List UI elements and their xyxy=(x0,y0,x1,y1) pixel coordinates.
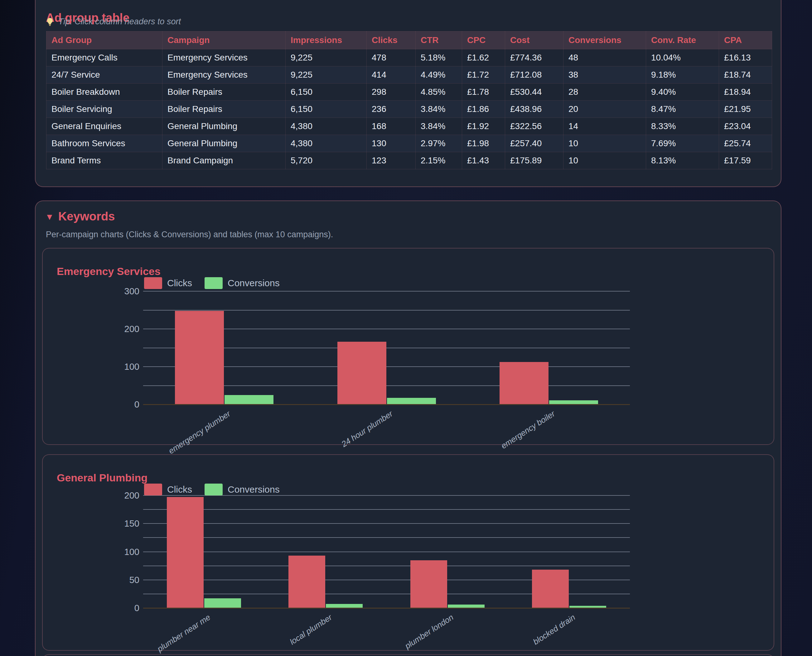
table-row: Boiler ServicingBoiler Repairs6,1502363.… xyxy=(46,101,772,118)
x-category-label: plumber near me xyxy=(156,613,212,653)
y-tick-label: 50 xyxy=(111,575,139,584)
legend-label: Conversions xyxy=(227,278,280,288)
column-header-cost[interactable]: Cost xyxy=(505,31,563,49)
table-cell: 298 xyxy=(367,84,416,101)
chart-legend: ClicksConversions xyxy=(144,277,280,289)
column-header-cpc[interactable]: CPC xyxy=(462,31,505,49)
legend-item-conversions: Conversions xyxy=(204,484,280,495)
table-cell: 9.40% xyxy=(646,84,719,101)
column-header-impressions[interactable]: Impressions xyxy=(286,31,367,49)
table-cell: 14 xyxy=(563,118,646,135)
table-cell: 130 xyxy=(367,135,416,152)
legend-label: Clicks xyxy=(167,278,192,288)
table-cell: 414 xyxy=(367,67,416,84)
table-cell: £175.89 xyxy=(505,152,563,169)
column-header-campaign[interactable]: Campaign xyxy=(162,31,286,49)
table-cell: General Plumbing xyxy=(162,118,286,135)
y-tick-label: 0 xyxy=(111,603,139,613)
table-cell: 8.33% xyxy=(646,118,719,135)
column-header-ad-group[interactable]: Ad Group xyxy=(46,31,162,49)
emergency-services-chart-card: Emergency Services 0100200300emergency p… xyxy=(42,248,774,445)
table-cell: 10 xyxy=(563,135,646,152)
dashboard-page: { "accent": { "primary_red": "#e2596a", … xyxy=(0,0,812,656)
table-cell: £1.43 xyxy=(462,152,505,169)
table-row: Brand TermsBrand Campaign5,7201232.15%£1… xyxy=(46,152,772,169)
table-cell: £1.98 xyxy=(462,135,505,152)
x-category-label: blocked drain xyxy=(532,613,577,646)
table-cell: 123 xyxy=(367,152,416,169)
table-cell: 5,720 xyxy=(286,152,367,169)
clicks-bar xyxy=(175,311,224,404)
legend-item-conversions: Conversions xyxy=(204,277,280,289)
table-cell: 20 xyxy=(563,101,646,118)
clicks-bar xyxy=(500,362,549,404)
table-row: Boiler BreakdownBoiler Repairs6,1502984.… xyxy=(46,84,772,101)
table-cell: Bathroom Services xyxy=(46,135,162,152)
table-cell: 48 xyxy=(563,49,646,67)
table-cell: 7.69% xyxy=(646,135,719,152)
y-tick-label: 150 xyxy=(111,519,139,528)
table-cell: 478 xyxy=(367,49,416,67)
keywords-panel: ▼ Keywords Per-campaign charts (Clicks &… xyxy=(35,201,781,656)
table-cell: £18.74 xyxy=(719,67,772,84)
column-header-conversions[interactable]: Conversions xyxy=(563,31,646,49)
table-cell: Boiler Repairs xyxy=(162,101,286,118)
column-header-cpa[interactable]: CPA xyxy=(719,31,772,49)
table-cell: Boiler Repairs xyxy=(162,84,286,101)
table-cell: £438.96 xyxy=(505,101,563,118)
table-row: General EnquiriesGeneral Plumbing4,38016… xyxy=(46,118,772,135)
y-tick-label: 100 xyxy=(111,362,139,371)
table-cell: 6,150 xyxy=(286,101,367,118)
table-cell: £322.56 xyxy=(505,118,563,135)
table-cell: £774.36 xyxy=(505,49,563,67)
table-cell: Emergency Calls xyxy=(46,49,162,67)
table-cell: 2.15% xyxy=(416,152,462,169)
table-header-row: Ad GroupCampaignImpressionsClicksCTRCPCC… xyxy=(46,31,772,49)
chart-legend: ClicksConversions xyxy=(144,484,280,495)
table-cell: 24/7 Service xyxy=(46,67,162,84)
x-category-label: local plumber xyxy=(288,613,333,646)
table-cell: 10.04% xyxy=(646,49,719,67)
collapse-triangle-icon: ▼ xyxy=(45,213,54,221)
clicks-bar xyxy=(167,497,204,608)
table-cell: £18.94 xyxy=(719,84,772,101)
y-tick-label: 200 xyxy=(111,325,139,334)
clicks-bar xyxy=(532,569,569,608)
table-cell: Emergency Services xyxy=(162,49,286,67)
table-row: 24/7 ServiceEmergency Services9,2254144.… xyxy=(46,67,772,84)
gridline xyxy=(143,552,630,552)
table-cell: £21.95 xyxy=(719,101,772,118)
conversions-bar xyxy=(387,398,436,404)
column-header-conv-rate[interactable]: Conv. Rate xyxy=(646,31,719,49)
column-header-ctr[interactable]: CTR xyxy=(416,31,462,49)
table-cell: 168 xyxy=(367,118,416,135)
table-cell: £1.72 xyxy=(462,67,505,84)
column-header-clicks[interactable]: Clicks xyxy=(367,31,416,49)
table-cell: Brand Terms xyxy=(46,152,162,169)
table-row: Bathroom ServicesGeneral Plumbing4,38013… xyxy=(46,135,772,152)
ad-group-table-wrapper: Ad GroupCampaignImpressionsClicksCTRCPCC… xyxy=(46,31,772,169)
clicks-bar xyxy=(337,342,387,404)
gridline xyxy=(143,566,630,566)
table-cell: 4,380 xyxy=(286,135,367,152)
table-cell: Boiler Servicing xyxy=(46,101,162,118)
table-cell: £712.08 xyxy=(505,67,563,84)
table-cell: 4.85% xyxy=(416,84,462,101)
table-cell: 10 xyxy=(563,152,646,169)
legend-item-clicks: Clicks xyxy=(144,277,192,289)
legend-swatch-clicks xyxy=(144,277,162,289)
next-campaign-chart-card xyxy=(42,654,774,656)
keywords-section-toggle[interactable]: ▼ Keywords xyxy=(45,210,115,222)
general-plumbing-bar-chart: 050100150200plumber near melocal plumber… xyxy=(43,455,773,650)
y-tick-label: 100 xyxy=(111,547,139,556)
table-cell: £530.44 xyxy=(505,84,563,101)
table-cell: £17.59 xyxy=(719,152,772,169)
table-cell: 38 xyxy=(563,67,646,84)
table-cell: Boiler Breakdown xyxy=(46,84,162,101)
y-tick-label: 200 xyxy=(111,491,139,500)
table-row: Emergency CallsEmergency Services9,22547… xyxy=(46,49,772,67)
keywords-section-title: Keywords xyxy=(58,210,115,222)
table-cell: £25.74 xyxy=(719,135,772,152)
table-cell: 5.18% xyxy=(416,49,462,67)
table-cell: 4,380 xyxy=(286,118,367,135)
